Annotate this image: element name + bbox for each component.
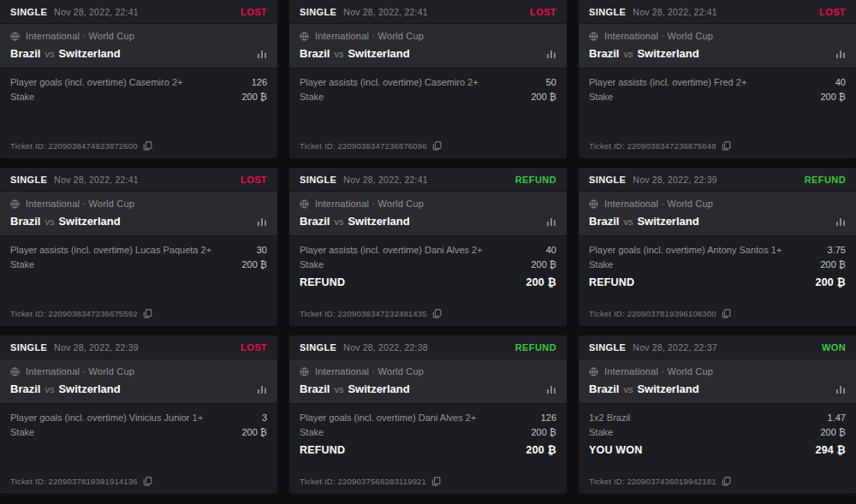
match-row: Brazil vs Switzerland <box>589 382 846 395</box>
team-name-home: Brazil <box>589 382 619 395</box>
stats-icon[interactable] <box>546 384 556 394</box>
bet-odds-value: 3 <box>262 412 267 423</box>
event-panel: International · World Cup Brazil vs Swit… <box>579 359 856 404</box>
ticket-id-prefix: Ticket ID: <box>10 309 46 318</box>
status-badge: REFUND <box>805 175 846 185</box>
copy-icon[interactable] <box>432 309 442 318</box>
result-row: REFUND 200 ₿ <box>589 275 846 290</box>
stats-icon[interactable] <box>835 49 846 59</box>
stake-label: Stake <box>300 427 324 437</box>
status-badge: LOST <box>819 7 846 17</box>
ticket-footer: Ticket ID: 2209038347232481435 <box>289 309 567 326</box>
copy-icon[interactable] <box>722 309 731 318</box>
team-name-home: Brazil <box>589 215 619 228</box>
bet-card: SINGLE Nov 28, 2022, 22:41 REFUND Intern… <box>289 168 567 326</box>
bet-market-row: Player goals (incl. overtime) Vinicius J… <box>10 410 267 424</box>
bet-details: Player assists (incl. overtime) Casemiro… <box>289 68 567 104</box>
ticket-id-prefix: Ticket ID: <box>10 141 46 151</box>
vs-label: vs <box>45 49 54 59</box>
league-label: International · World Cup <box>26 199 134 209</box>
stake-label: Stake <box>10 259 34 270</box>
ticket-id-prefix: Ticket ID: <box>300 309 336 318</box>
bet-market-label: Player goals (incl. overtime) Vinicius J… <box>10 412 203 423</box>
bet-market-row: Player goals (incl. overtime) Antony San… <box>589 242 846 257</box>
ticket-id-prefix: Ticket ID: <box>10 477 46 486</box>
stats-icon[interactable] <box>257 384 267 394</box>
result-row: YOU WON 294 ₿ <box>589 442 846 458</box>
league-row: International · World Cup <box>589 199 846 209</box>
status-badge: LOST <box>241 342 267 353</box>
stake-label: Stake <box>300 92 324 102</box>
copy-icon[interactable] <box>432 141 442 151</box>
league-row: International · World Cup <box>589 366 846 377</box>
league-row: International · World Cup <box>589 31 846 41</box>
league-row: International · World Cup <box>10 31 267 41</box>
bet-type-label: SINGLE <box>300 7 336 17</box>
bet-card: SINGLE Nov 28, 2022, 22:41 LOST Internat… <box>0 168 277 326</box>
bet-odds-value: 30 <box>257 245 267 255</box>
vs-label: vs <box>334 384 343 394</box>
stats-icon[interactable] <box>546 216 556 227</box>
copy-icon[interactable] <box>143 309 152 318</box>
ticket-footer: Ticket ID: 2209038347236675592 <box>0 309 277 326</box>
stake-value: 200 ₿ <box>241 427 267 437</box>
ticket-id-line: Ticket ID: 2209038347232481435 <box>300 309 427 318</box>
league-label: International · World Cup <box>315 366 424 377</box>
stats-icon[interactable] <box>546 49 556 59</box>
bet-odds-value: 40 <box>546 245 556 255</box>
vs-label: vs <box>45 384 54 394</box>
football-globe-icon <box>589 199 598 209</box>
stats-icon[interactable] <box>835 384 846 394</box>
stake-row: Stake 200 ₿ <box>10 257 267 271</box>
bet-date: Nov 28, 2022, 22:41 <box>343 7 427 17</box>
stake-row: Stake 200 ₿ <box>589 257 846 271</box>
bet-details: Player assists (incl. overtime) Fred 2+ … <box>579 68 856 104</box>
football-globe-icon <box>300 199 309 209</box>
bet-market-label: Player goals (incl. overtime) Antony San… <box>589 245 782 255</box>
ticket-id-line: Ticket ID: 2209037568283119921 <box>300 477 426 486</box>
league-label: International · World Cup <box>604 199 713 209</box>
ticket-id-value: 2209038347236675592 <box>49 309 138 318</box>
stake-value: 200 ₿ <box>820 259 846 270</box>
ticket-id-line: Ticket ID: 2209038347236675648 <box>589 141 716 151</box>
ticket-footer: Ticket ID: 2209037819396108300 <box>579 309 856 326</box>
bet-details: Player assists (incl. overtime) Lucas Pa… <box>0 236 277 271</box>
event-panel: International · World Cup Brazil vs Swit… <box>289 359 567 404</box>
bet-details: Player assists (incl. overtime) Dani Alv… <box>289 236 567 290</box>
league-label: International · World Cup <box>604 366 713 377</box>
copy-icon[interactable] <box>143 141 152 151</box>
bet-details: 1x2 Brazil 1.47 Stake 200 ₿ YOU WON 294 … <box>579 404 856 458</box>
stake-label: Stake <box>300 259 324 270</box>
stats-icon[interactable] <box>257 49 267 59</box>
bet-card-header: SINGLE Nov 28, 2022, 22:39 LOST <box>0 335 277 359</box>
ticket-footer: Ticket ID: 2209038347236675648 <box>579 141 856 158</box>
stats-icon[interactable] <box>257 216 267 227</box>
status-badge: REFUND <box>515 175 556 185</box>
ticket-id-value: 2209037436019942181 <box>627 477 716 486</box>
ticket-id-line: Ticket ID: 2209037819396108300 <box>589 309 716 318</box>
vs-label: vs <box>45 216 54 227</box>
team-name-home: Brazil <box>10 47 40 60</box>
stake-label: Stake <box>10 92 34 102</box>
league-row: International · World Cup <box>10 199 267 209</box>
league-row: International · World Cup <box>10 366 267 377</box>
copy-icon[interactable] <box>722 141 731 151</box>
league-row: International · World Cup <box>300 366 556 377</box>
bet-odds-value: 126 <box>541 412 556 423</box>
bet-market-row: Player goals (incl. overtime) Dani Alves… <box>300 410 556 424</box>
bet-market-label: Player assists (incl. overtime) Casemiro… <box>300 77 479 87</box>
copy-icon[interactable] <box>431 477 441 486</box>
ticket-id-prefix: Ticket ID: <box>300 141 336 151</box>
stake-row: Stake 200 ₿ <box>300 257 556 271</box>
stake-row: Stake 200 ₿ <box>300 89 556 104</box>
copy-icon[interactable] <box>143 477 152 486</box>
result-label: REFUND <box>300 444 345 456</box>
team-name-away: Switzerland <box>58 47 120 60</box>
football-globe-icon <box>300 32 309 41</box>
team-name-away: Switzerland <box>58 382 120 395</box>
copy-icon[interactable] <box>722 477 731 486</box>
ticket-id-line: Ticket ID: 2209038347236676096 <box>300 141 427 151</box>
bet-odds-value: 50 <box>546 77 556 87</box>
match-row: Brazil vs Switzerland <box>10 382 267 395</box>
stats-icon[interactable] <box>835 216 846 227</box>
